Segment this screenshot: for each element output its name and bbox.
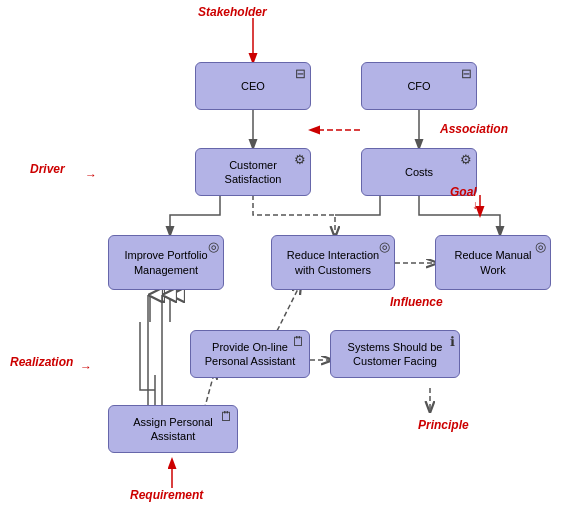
- assign-personal-icon: 🗒: [220, 409, 233, 426]
- ceo-node[interactable]: CEO ⊟: [195, 62, 311, 110]
- cfo-node[interactable]: CFO ⊟: [361, 62, 477, 110]
- provide-online-node[interactable]: Provide On-linePersonal Assistant 🗒: [190, 330, 310, 378]
- stakeholder-label: Stakeholder: [198, 5, 267, 19]
- customer-satisfaction-label: CustomerSatisfaction: [225, 158, 282, 187]
- driver-label: Driver: [30, 162, 65, 176]
- association-label: Association: [440, 122, 508, 136]
- cfo-label: CFO: [407, 79, 430, 93]
- reduce-interaction-node[interactable]: Reduce Interactionwith Customers ◎: [271, 235, 395, 290]
- reduce-manual-icon: ◎: [535, 239, 546, 256]
- ceo-label: CEO: [241, 79, 265, 93]
- customer-satisfaction-icon: ⚙: [294, 152, 306, 169]
- reduce-interaction-label: Reduce Interactionwith Customers: [287, 248, 379, 277]
- reduce-interaction-icon: ◎: [379, 239, 390, 256]
- systems-should-node[interactable]: Systems Should beCustomer Facing ℹ: [330, 330, 460, 378]
- improve-portfolio-label: Improve PortfolioManagement: [124, 248, 207, 277]
- goal-arrow: ↓: [472, 198, 478, 212]
- customer-satisfaction-node[interactable]: CustomerSatisfaction ⚙: [195, 148, 311, 196]
- reduce-manual-node[interactable]: Reduce ManualWork ◎: [435, 235, 551, 290]
- realization-label: Realization: [10, 355, 73, 369]
- improve-portfolio-node[interactable]: Improve PortfolioManagement ◎: [108, 235, 224, 290]
- provide-online-icon: 🗒: [292, 334, 305, 351]
- systems-should-label: Systems Should beCustomer Facing: [348, 340, 443, 369]
- assign-personal-node[interactable]: Assign PersonalAssistant 🗒: [108, 405, 238, 453]
- systems-should-icon: ℹ: [450, 334, 455, 351]
- assign-personal-label: Assign PersonalAssistant: [133, 415, 213, 444]
- reduce-manual-label: Reduce ManualWork: [454, 248, 531, 277]
- requirement-label: Requirement: [130, 488, 203, 502]
- goal-label: Goal: [450, 185, 477, 199]
- principle-label: Principle: [418, 418, 469, 432]
- realization-arrow: →: [80, 360, 92, 374]
- influence-label: Influence: [390, 295, 443, 309]
- costs-label: Costs: [405, 165, 433, 179]
- driver-arrow: →: [85, 168, 97, 182]
- cfo-icon: ⊟: [461, 66, 472, 83]
- costs-icon: ⚙: [460, 152, 472, 169]
- provide-online-label: Provide On-linePersonal Assistant: [205, 340, 296, 369]
- improve-portfolio-icon: ◎: [208, 239, 219, 256]
- ceo-icon: ⊟: [295, 66, 306, 83]
